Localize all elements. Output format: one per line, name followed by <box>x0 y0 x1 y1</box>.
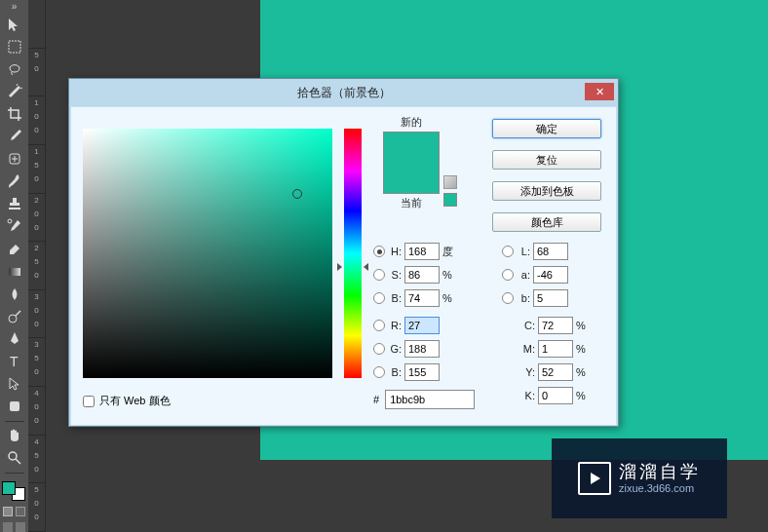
y-label: Y: <box>521 366 535 378</box>
bl-label: B: <box>388 366 402 378</box>
type-tool[interactable]: T <box>3 351 26 371</box>
c-input[interactable] <box>538 317 573 334</box>
svg-point-7 <box>9 452 17 460</box>
watermark: 溜溜自学 zixue.3d66.com <box>552 438 727 518</box>
hex-label: # <box>373 394 379 405</box>
web-only-checkbox[interactable] <box>83 396 95 407</box>
hand-tool[interactable] <box>3 426 26 446</box>
hue-input[interactable] <box>404 243 440 260</box>
m-input[interactable] <box>538 340 573 358</box>
sat-input[interactable] <box>404 266 440 284</box>
zoom-tool[interactable] <box>3 448 26 469</box>
hex-input[interactable] <box>385 390 475 409</box>
gamut-warning-icon[interactable] <box>443 175 457 189</box>
pen-tool[interactable] <box>3 328 26 349</box>
c-label: C: <box>521 320 535 331</box>
new-color-preview <box>384 133 439 163</box>
foreground-swatch[interactable] <box>2 481 16 495</box>
r-input[interactable] <box>404 317 440 334</box>
l-input[interactable] <box>533 243 568 260</box>
bl-radio[interactable] <box>373 366 385 378</box>
a-label: a: <box>517 269 530 281</box>
svg-rect-0 <box>9 41 20 53</box>
current-color-preview <box>384 163 439 193</box>
a-input[interactable] <box>533 266 568 284</box>
add-swatch-button[interactable]: 添加到色板 <box>492 181 601 201</box>
saturation-brightness-field[interactable] <box>83 129 332 378</box>
b-label: b: <box>517 292 530 304</box>
vertical-ruler: 5 0 1 0 0 1 5 0 2 0 0 2 5 0 3 0 0 3 5 0 … <box>28 0 46 532</box>
watermark-title: 溜溜自学 <box>619 462 701 483</box>
y-input[interactable] <box>538 363 573 381</box>
g-input[interactable] <box>404 340 440 358</box>
new-current-swatch[interactable] <box>383 132 440 194</box>
bri-radio[interactable] <box>373 292 385 304</box>
crop-tool[interactable] <box>3 103 26 124</box>
hue-label: H: <box>388 246 402 257</box>
eraser-tool[interactable] <box>3 239 26 259</box>
eyedropper-tool[interactable] <box>3 126 26 146</box>
history-brush-tool[interactable] <box>3 216 26 237</box>
shape-tool[interactable] <box>3 397 26 417</box>
path-select-tool[interactable] <box>3 374 26 395</box>
close-button[interactable]: ✕ <box>585 83 614 100</box>
r-radio[interactable] <box>373 320 385 331</box>
new-label: 新的 <box>373 115 449 130</box>
move-tool[interactable] <box>3 14 26 34</box>
color-swatches[interactable] <box>2 481 27 501</box>
lasso-tool[interactable] <box>3 58 26 79</box>
b-radio[interactable] <box>502 292 514 304</box>
reset-button[interactable]: 复位 <box>492 150 601 170</box>
blur-tool[interactable] <box>3 284 26 304</box>
heal-tool[interactable] <box>3 149 26 170</box>
web-only-label: 只有 Web 颜色 <box>99 394 171 408</box>
hue-slider[interactable] <box>344 129 362 378</box>
watermark-url: zixue.3d66.com <box>619 482 701 495</box>
ok-button[interactable]: 确定 <box>492 119 601 138</box>
g-radio[interactable] <box>373 343 385 355</box>
quickmask-toggle[interactable] <box>3 507 25 516</box>
bl-input[interactable] <box>404 363 440 381</box>
screenmode-toggle[interactable] <box>3 522 25 532</box>
svg-rect-6 <box>10 401 19 411</box>
current-label: 当前 <box>373 196 449 210</box>
svg-point-2 <box>8 219 12 223</box>
sat-radio[interactable] <box>373 269 385 281</box>
gradient-tool[interactable] <box>3 261 26 282</box>
color-library-button[interactable]: 颜色库 <box>492 212 601 232</box>
svg-text:T: T <box>10 354 19 369</box>
k-label: K: <box>521 390 535 401</box>
tools-panel: » T <box>0 0 28 532</box>
bri-label: B: <box>388 292 402 304</box>
dialog-titlebar[interactable]: 拾色器（前景色） ✕ <box>69 79 618 106</box>
svg-rect-3 <box>9 268 20 276</box>
marquee-tool[interactable] <box>3 36 26 57</box>
color-picker-dialog: 拾色器（前景色） ✕ 新的 当前 确定 复位 添加到色板 颜色库 H <box>68 78 619 427</box>
color-indicator <box>292 189 302 199</box>
stamp-tool[interactable] <box>3 194 26 214</box>
collapse-icon[interactable]: » <box>2 2 27 12</box>
bri-input[interactable] <box>404 289 440 307</box>
a-radio[interactable] <box>502 269 514 281</box>
hue-radio[interactable] <box>373 246 385 257</box>
l-label: L: <box>517 246 530 257</box>
play-icon <box>578 462 611 495</box>
r-label: R: <box>388 320 402 331</box>
m-label: M: <box>521 343 535 355</box>
websafe-swatch[interactable] <box>443 193 457 207</box>
dodge-tool[interactable] <box>3 306 26 326</box>
wand-tool[interactable] <box>3 81 26 101</box>
l-radio[interactable] <box>502 246 514 257</box>
svg-point-4 <box>9 315 17 323</box>
b-input[interactable] <box>533 289 568 307</box>
brush-tool[interactable] <box>3 171 26 192</box>
k-input[interactable] <box>538 387 573 404</box>
sat-label: S: <box>388 269 402 281</box>
g-label: G: <box>388 343 402 355</box>
dialog-title: 拾色器（前景色） <box>297 85 391 101</box>
